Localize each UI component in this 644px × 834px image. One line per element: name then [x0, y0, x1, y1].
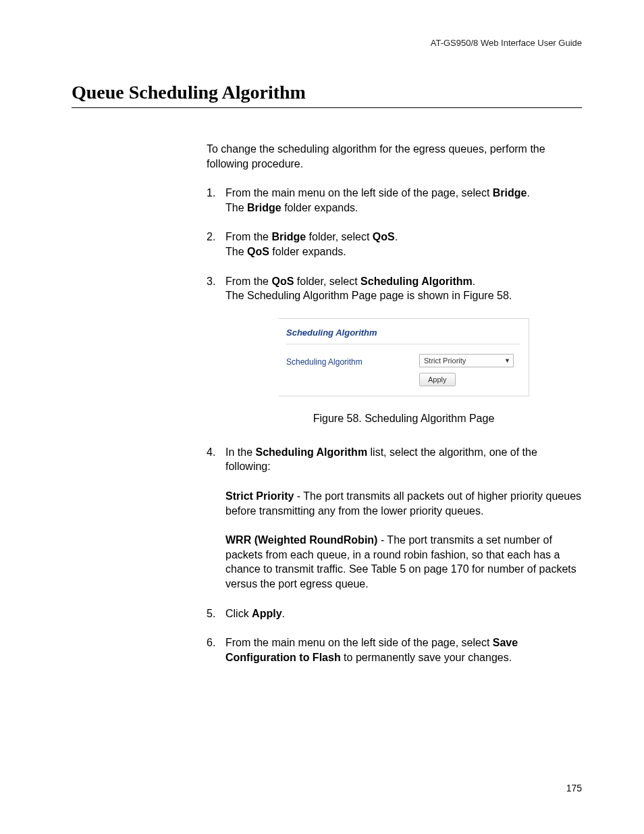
scheduling-algorithm-label: Scheduling Algorithm — [286, 354, 419, 367]
step-1-text-c: . — [527, 187, 529, 199]
step-6: 6. From the main menu on the left side o… — [207, 635, 582, 664]
step-5-text-c: . — [282, 608, 285, 619]
step-4-sched-bold: Scheduling Algorithm — [255, 446, 367, 458]
page-number: 175 — [566, 783, 582, 793]
step-1-bridge-bold: Bridge — [493, 187, 527, 199]
step-5: 5. Click Apply. — [207, 606, 582, 621]
step-1-text-a: From the main menu on the left side of t… — [225, 187, 493, 199]
step-3: 3. From the QoS folder, select Schedulin… — [207, 274, 582, 303]
chevron-down-icon: ▼ — [504, 357, 510, 365]
step-2-line2-bold: QoS — [247, 246, 269, 257]
header-guide-title: AT-GS950/8 Web Interface User Guide — [72, 38, 582, 48]
step-3-number: 3. — [207, 274, 225, 303]
step-4-text-a: In the — [225, 446, 255, 458]
step-2-text-e: . — [395, 231, 398, 242]
step-2-line2-a: The — [225, 246, 247, 257]
option-strict-priority-label: Strict Priority — [225, 490, 294, 502]
body-content: To change the scheduling algorithm for t… — [207, 142, 582, 664]
step-3-qos-bold: QoS — [271, 276, 294, 287]
step-5-number: 5. — [207, 606, 225, 621]
step-2: 2. From the Bridge folder, select QoS. T… — [207, 230, 582, 259]
step-2-text-c: folder, select — [306, 231, 373, 242]
step-2-bridge-bold: Bridge — [271, 231, 306, 242]
scheduling-algorithm-select[interactable]: Strict Priority ▼ — [419, 354, 514, 367]
step-3-text-e: . — [473, 276, 475, 287]
step-3-sched-bold: Scheduling Algorithm — [360, 276, 473, 287]
step-1-line2-bold: Bridge — [247, 202, 281, 213]
scheduling-algorithm-panel: Scheduling Algorithm Scheduling Algorith… — [278, 318, 529, 397]
step-2-text-a: From the — [225, 231, 271, 242]
step-5-text-a: Click — [225, 608, 252, 619]
section-title-block: Queue Scheduling Algorithm — [72, 82, 582, 108]
step-6-text-a: From the main menu on the left side of t… — [225, 637, 493, 648]
step-2-line2-c: folder expands. — [269, 246, 346, 257]
intro-paragraph: To change the scheduling algorithm for t… — [207, 142, 582, 171]
step-6-text-c: to permanently save your changes. — [341, 652, 512, 663]
section-title: Queue Scheduling Algorithm — [72, 82, 582, 103]
step-2-qos-bold: QoS — [373, 231, 395, 242]
step-1: 1. From the main menu on the left side o… — [207, 186, 582, 215]
step-6-number: 6. — [207, 635, 225, 664]
scheduling-algorithm-selected-value: Strict Priority — [424, 356, 466, 366]
algorithm-options: Strict Priority - The port transmits all… — [225, 489, 582, 592]
step-3-line2: The Scheduling Algorithm Page page is sh… — [225, 288, 582, 303]
panel-title: Scheduling Algorithm — [286, 324, 520, 345]
option-wrr-label: WRR (Weighted RoundRobin) — [225, 534, 377, 546]
step-5-apply-bold: Apply — [252, 608, 281, 619]
figure-caption: Figure 58. Scheduling Algorithm Page — [225, 411, 582, 426]
step-4-number: 4. — [207, 445, 225, 474]
option-strict-priority: Strict Priority - The port transmits all… — [225, 489, 582, 518]
step-1-line2-a: The — [225, 202, 247, 213]
step-4: 4. In the Scheduling Algorithm list, sel… — [207, 445, 582, 474]
step-1-line2-c: folder expands. — [281, 202, 358, 213]
step-3-text-a: From the — [225, 276, 271, 287]
figure-58: Scheduling Algorithm Scheduling Algorith… — [225, 318, 582, 426]
step-2-number: 2. — [207, 230, 225, 259]
option-wrr: WRR (Weighted RoundRobin) - The port tra… — [225, 533, 582, 591]
step-3-text-c: folder, select — [294, 276, 360, 287]
step-1-number: 1. — [207, 186, 225, 215]
apply-button[interactable]: Apply — [419, 373, 456, 386]
